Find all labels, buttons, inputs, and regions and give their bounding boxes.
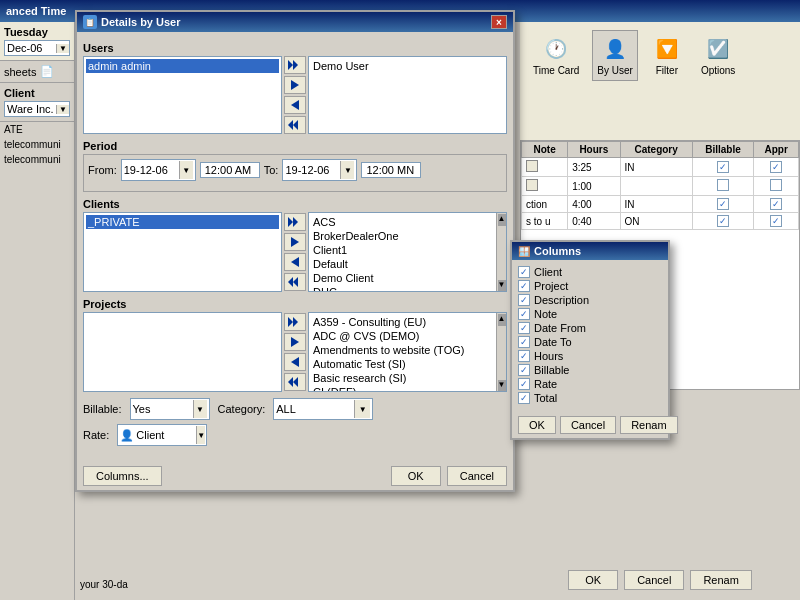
client-item-demo[interactable]: Demo Client — [311, 271, 504, 285]
clients-scrollbar[interactable]: ▲ ▼ — [496, 213, 506, 292]
client-value: Ware Inc. — [5, 102, 56, 116]
col-check-date-to[interactable]: ✓ — [518, 336, 530, 348]
col-label-billable: Billable — [534, 364, 569, 376]
col-check-total[interactable]: ✓ — [518, 392, 530, 404]
month-selector[interactable]: Dec-06 ▼ — [4, 40, 70, 56]
project-item-2[interactable]: ADC @ CVS (DEMO) — [311, 329, 504, 343]
dialog-footer: Columns... OK Cancel — [77, 462, 513, 490]
filter-item-2: telecommuni — [0, 137, 74, 152]
columns-button[interactable]: Columns... — [83, 466, 162, 486]
filter-button[interactable]: 🔽 Filter — [646, 30, 688, 81]
svg-marker-9 — [291, 257, 299, 267]
billable-select[interactable]: Yes ▼ — [130, 398, 210, 420]
projects-double-right-btn[interactable] — [284, 313, 306, 331]
category-select[interactable]: ALL ▼ — [273, 398, 373, 420]
clients-single-right-btn[interactable] — [284, 233, 306, 251]
svg-marker-17 — [288, 377, 293, 387]
col-item-rate: ✓ Rate — [518, 378, 662, 390]
client-item-broker[interactable]: BrokerDealerOne — [311, 229, 504, 243]
svg-marker-6 — [288, 217, 293, 227]
users-left-item[interactable]: admin admin — [86, 59, 279, 73]
clients-left-listbox[interactable]: _PRIVATE — [83, 212, 282, 292]
project-item-5[interactable]: Basic research (SI) — [311, 371, 504, 385]
from-date-field[interactable] — [124, 164, 179, 176]
project-item-6[interactable]: CI (DEF) — [311, 385, 504, 392]
columns-rename-button[interactable]: Renam — [620, 416, 677, 434]
dialog-cancel-button[interactable]: Cancel — [447, 466, 507, 486]
billable-dropdown-icon[interactable]: ▼ — [193, 400, 207, 418]
to-date-field[interactable] — [285, 164, 340, 176]
to-date-dropdown-icon[interactable]: ▼ — [340, 161, 354, 179]
svg-marker-10 — [293, 277, 298, 287]
time-card-label: Time Card — [533, 65, 579, 76]
project-item-3[interactable]: Amendments to website (TOG) — [311, 343, 504, 357]
bottom-ok-button[interactable]: OK — [568, 570, 618, 590]
project-item-4[interactable]: Automatic Test (SI) — [311, 357, 504, 371]
projects-double-left-btn[interactable] — [284, 373, 306, 391]
col-check-note[interactable]: ✓ — [518, 308, 530, 320]
users-left-listbox[interactable]: admin admin — [83, 56, 282, 134]
time-card-button[interactable]: 🕐 Time Card — [528, 30, 584, 81]
client-item-dhc[interactable]: DHC — [311, 285, 504, 292]
columns-ok-button[interactable]: OK — [518, 416, 556, 434]
rate-dropdown-icon[interactable]: ▼ — [196, 426, 205, 444]
project-item-1[interactable]: A359 - Consulting (EU) — [311, 315, 504, 329]
col-check-client[interactable]: ✓ — [518, 266, 530, 278]
dialog-close-button[interactable]: × — [491, 15, 507, 29]
projects-left-listbox[interactable] — [83, 312, 282, 392]
col-item-date-from: ✓ Date From — [518, 322, 662, 334]
to-date-input[interactable]: ▼ — [282, 159, 357, 181]
by-user-button[interactable]: 👤 By User — [592, 30, 638, 81]
client-dropdown[interactable]: Ware Inc. ▼ — [4, 101, 70, 117]
from-time-field[interactable] — [200, 162, 260, 178]
users-double-left-btn[interactable] — [284, 116, 306, 134]
col-check-hours[interactable]: ✓ — [518, 350, 530, 362]
category-dropdown-icon[interactable]: ▼ — [354, 400, 370, 418]
col-label-date-to: Date To — [534, 336, 572, 348]
col-check-project[interactable]: ✓ — [518, 280, 530, 292]
users-single-right-btn[interactable] — [284, 76, 306, 94]
columns-footer: OK Cancel Renam — [512, 412, 668, 438]
from-date-dropdown-icon[interactable]: ▼ — [179, 161, 193, 179]
client-item-acs[interactable]: ACS — [311, 215, 504, 229]
bottom-rename-button[interactable]: Renam — [690, 570, 751, 590]
clients-left-item[interactable]: _PRIVATE — [86, 215, 279, 229]
table-row: s to u 0:40 ON ✓ ✓ — [522, 213, 799, 230]
client-item-client1[interactable]: Client1 — [311, 243, 504, 257]
rate-label: Rate: — [83, 429, 109, 441]
from-date-input[interactable]: ▼ — [121, 159, 196, 181]
svg-marker-15 — [291, 357, 299, 367]
users-single-left-btn[interactable] — [284, 96, 306, 114]
projects-scrollbar[interactable]: ▲ ▼ — [496, 313, 506, 392]
col-check-billable[interactable]: ✓ — [518, 364, 530, 376]
columns-cancel-button[interactable]: Cancel — [560, 416, 616, 434]
cell-hours: 3:25 — [568, 158, 620, 177]
projects-single-left-btn[interactable] — [284, 353, 306, 371]
clients-arrow-buttons — [284, 212, 306, 292]
client-item-default[interactable]: Default — [311, 257, 504, 271]
projects-single-right-btn[interactable] — [284, 333, 306, 351]
col-item-project: ✓ Project — [518, 280, 662, 292]
month-dropdown-icon[interactable]: ▼ — [56, 44, 69, 53]
users-double-right-btn[interactable] — [284, 56, 306, 74]
col-check-description[interactable]: ✓ — [518, 294, 530, 306]
clients-double-right-btn[interactable] — [284, 213, 306, 231]
dialog-ok-button[interactable]: OK — [391, 466, 441, 486]
rate-select[interactable]: 👤 Client ▼ — [117, 424, 207, 446]
clients-right-listbox[interactable]: ACS BrokerDealerOne Client1 Default Demo… — [308, 212, 507, 292]
sheets-icon[interactable]: 📄 — [40, 65, 54, 78]
projects-right-listbox[interactable]: A359 - Consulting (EU) ADC @ CVS (DEMO) … — [308, 312, 507, 392]
users-right-listbox[interactable]: Demo User — [308, 56, 507, 134]
client-dropdown-icon[interactable]: ▼ — [56, 105, 69, 114]
options-button[interactable]: ☑️ Options — [696, 30, 740, 81]
cell-note: ction — [522, 196, 568, 213]
clients-double-left-btn[interactable] — [284, 273, 306, 291]
clients-single-left-btn[interactable] — [284, 253, 306, 271]
to-time-field[interactable] — [361, 162, 421, 178]
col-check-date-from[interactable]: ✓ — [518, 322, 530, 334]
svg-marker-1 — [293, 60, 298, 70]
users-right-item[interactable]: Demo User — [311, 59, 504, 73]
col-check-rate[interactable]: ✓ — [518, 378, 530, 390]
svg-marker-4 — [293, 120, 298, 130]
bottom-cancel-button[interactable]: Cancel — [624, 570, 684, 590]
